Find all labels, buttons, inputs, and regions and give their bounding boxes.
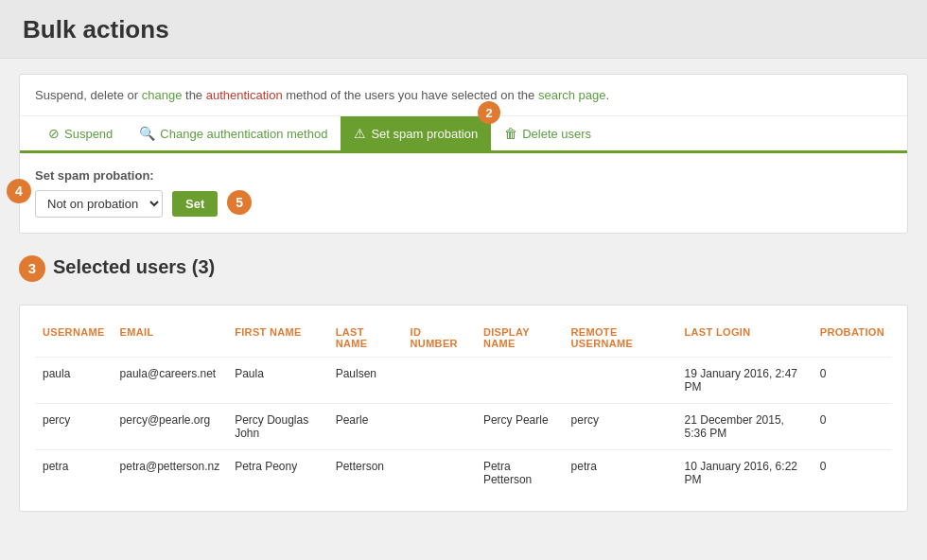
cell-remote_username: percy	[564, 404, 677, 450]
col-username: USERNAME	[35, 321, 113, 358]
col-first-name: FIRST NAME	[227, 321, 327, 358]
selected-users-section: 3 Selected users (3) USERNAME EMAIL FIRS…	[19, 249, 908, 512]
cell-id_number	[403, 404, 476, 450]
bulk-actions-card: Suspend, delete or change the authentica…	[19, 74, 908, 234]
step5-badge: 5	[227, 190, 252, 215]
cell-display_name	[476, 358, 564, 404]
tab-change-auth-label: Change authentication method	[160, 127, 327, 141]
tab-content-spam: 4 Set spam probation: Not on probation O…	[20, 153, 907, 233]
cell-username: percy	[35, 404, 113, 450]
cell-email: petra@petterson.nz	[113, 450, 228, 497]
main-content: Suspend, delete or change the authentica…	[0, 59, 927, 527]
users-table: USERNAME EMAIL FIRST NAME LAST NAME ID N…	[35, 321, 892, 496]
tab-set-spam[interactable]: ⚠ Set spam probation 2	[341, 116, 491, 150]
step3-badge: 3	[19, 255, 45, 282]
delete-users-icon: 🗑	[504, 126, 517, 141]
table-row: paulapaula@careers.netPaulaPaulsen19 Jan…	[35, 358, 892, 404]
step2-badge: 2	[478, 101, 500, 124]
step4-badge: 4	[7, 179, 31, 203]
users-table-card: USERNAME EMAIL FIRST NAME LAST NAME ID N…	[19, 305, 908, 512]
info-bar: Suspend, delete or change the authentica…	[20, 75, 907, 116]
cell-last_login: 19 January 2016, 2:47 PM	[677, 358, 813, 404]
section-title: Selected users (3)	[53, 256, 215, 278]
tabs-bar: ⊘ Suspend 🔍 Change authentication method…	[20, 116, 907, 153]
table-header: USERNAME EMAIL FIRST NAME LAST NAME ID N…	[35, 321, 892, 358]
col-display-name: DISPLAY NAME	[476, 321, 564, 358]
cell-last_login: 21 December 2015, 5:36 PM	[677, 404, 813, 450]
tab-delete-users[interactable]: 🗑 Delete users	[491, 116, 604, 150]
col-email: EMAIL	[113, 321, 228, 358]
table-row: percypercy@pearle.orgPercy Douglas JohnP…	[35, 404, 892, 450]
cell-probation: 0	[813, 450, 892, 497]
cell-email: paula@careers.net	[113, 358, 228, 404]
cell-id_number	[403, 358, 476, 404]
cell-remote_username	[564, 358, 677, 404]
col-last-login: LAST LOGIN	[677, 321, 813, 358]
cell-last_login: 10 January 2016, 6:22 PM	[677, 450, 813, 497]
cell-email: percy@pearle.org	[113, 404, 228, 450]
page-title: Bulk actions	[23, 15, 904, 44]
tab-set-spam-label: Set spam probation	[371, 127, 478, 141]
cell-last_name: Paulsen	[328, 358, 403, 404]
cell-first_name: Petra Peony	[227, 450, 327, 497]
change-auth-icon: 🔍	[139, 126, 155, 141]
tab-suspend-label: Suspend	[64, 127, 113, 141]
tab-suspend[interactable]: ⊘ Suspend	[35, 116, 126, 150]
cell-username: paula	[35, 358, 113, 404]
col-last-name: LAST NAME	[328, 321, 403, 358]
cell-username: petra	[35, 450, 113, 497]
table-body: paulapaula@careers.netPaulaPaulsen19 Jan…	[35, 358, 892, 497]
set-spam-icon: ⚠	[354, 126, 366, 141]
change-link[interactable]: change	[142, 88, 183, 102]
tab-change-auth[interactable]: 🔍 Change authentication method	[126, 116, 341, 150]
probation-select[interactable]: Not on probation On probation	[35, 190, 163, 218]
cell-first_name: Paula	[227, 358, 327, 404]
col-probation: PROBATION	[813, 321, 892, 358]
cell-last_name: Pearle	[328, 404, 403, 450]
cell-display_name: Petra Petterson	[476, 450, 564, 497]
cell-probation: 0	[813, 358, 892, 404]
suspend-icon: ⊘	[48, 126, 60, 141]
cell-last_name: Petterson	[328, 450, 403, 497]
set-button[interactable]: Set	[172, 191, 218, 217]
col-remote-username: REMOTE USERNAME	[564, 321, 677, 358]
tab-delete-users-label: Delete users	[522, 127, 591, 141]
search-page-link[interactable]: search page	[538, 88, 606, 102]
page-header: Bulk actions	[0, 0, 927, 59]
cell-id_number	[403, 450, 476, 497]
spam-row: Not on probation On probation Set 5	[35, 190, 892, 218]
cell-first_name: Percy Douglas John	[227, 404, 327, 450]
cell-probation: 0	[813, 404, 892, 450]
spam-label: Set spam probation:	[35, 168, 892, 183]
col-id-number: ID NUMBER	[403, 321, 476, 358]
auth-text: authentication	[206, 88, 283, 102]
table-row: petrapetra@petterson.nzPetra PeonyPetter…	[35, 450, 892, 497]
cell-remote_username: petra	[564, 450, 677, 497]
cell-display_name: Percy Pearle	[476, 404, 564, 450]
section-title-row: 3 Selected users (3)	[19, 249, 908, 291]
